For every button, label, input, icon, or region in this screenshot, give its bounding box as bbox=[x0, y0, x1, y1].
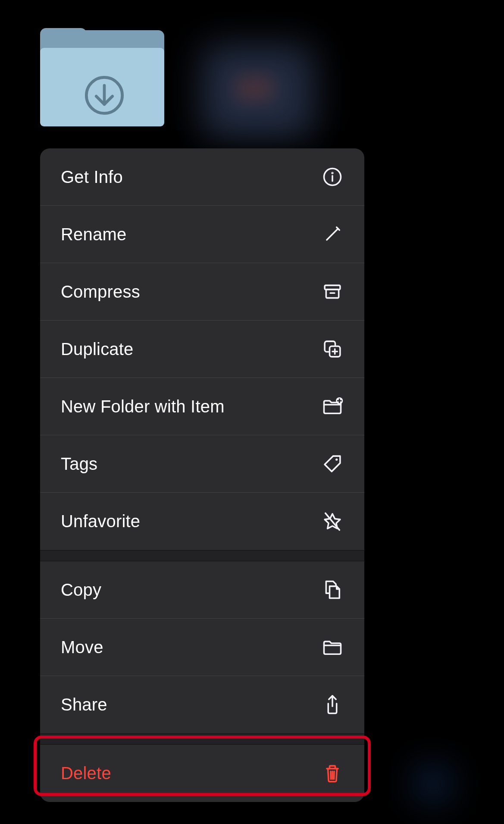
blurred-corner-glow bbox=[413, 764, 452, 803]
context-menu: Get Info Rename Compress Duplicate New F… bbox=[40, 148, 364, 802]
star-slash-icon bbox=[321, 510, 344, 533]
menu-item-label: Unfavorite bbox=[61, 512, 140, 531]
menu-group-separator bbox=[40, 733, 364, 745]
info-circle-icon bbox=[321, 166, 344, 188]
menu-group-separator bbox=[40, 550, 364, 561]
menu-item-delete[interactable]: Delete bbox=[40, 745, 364, 802]
arrow-down-circle-icon bbox=[83, 74, 126, 117]
menu-item-move[interactable]: Move bbox=[40, 619, 364, 676]
menu-item-new-folder-with-item[interactable]: New Folder with Item bbox=[40, 378, 364, 435]
menu-item-tags[interactable]: Tags bbox=[40, 435, 364, 493]
plus-square-on-square-icon bbox=[321, 338, 344, 360]
svg-point-17 bbox=[335, 459, 338, 461]
folder-icon bbox=[321, 636, 344, 658]
menu-item-label: Move bbox=[61, 638, 103, 657]
menu-item-label: Delete bbox=[61, 764, 111, 783]
folder-badge-plus-icon bbox=[321, 395, 344, 418]
menu-item-label: Duplicate bbox=[61, 340, 134, 359]
menu-item-rename[interactable]: Rename bbox=[40, 206, 364, 263]
pencil-icon bbox=[321, 223, 344, 245]
menu-item-label: Get Info bbox=[61, 167, 123, 187]
downloads-folder[interactable] bbox=[40, 28, 164, 126]
menu-item-share[interactable]: Share bbox=[40, 676, 364, 733]
menu-item-get-info[interactable]: Get Info bbox=[40, 148, 364, 206]
menu-item-unfavorite[interactable]: Unfavorite bbox=[40, 493, 364, 550]
share-icon bbox=[321, 694, 344, 716]
doc-on-doc-icon bbox=[321, 579, 344, 601]
blurred-background-accent bbox=[235, 75, 274, 101]
svg-line-5 bbox=[327, 229, 338, 240]
archivebox-icon bbox=[321, 280, 344, 303]
menu-item-label: Compress bbox=[61, 282, 140, 302]
menu-item-copy[interactable]: Copy bbox=[40, 561, 364, 619]
menu-item-label: Tags bbox=[61, 454, 97, 474]
svg-point-3 bbox=[332, 173, 333, 173]
menu-item-duplicate[interactable]: Duplicate bbox=[40, 321, 364, 378]
menu-item-label: Copy bbox=[61, 580, 101, 600]
menu-item-label: Rename bbox=[61, 225, 126, 244]
menu-item-label: New Folder with Item bbox=[61, 397, 225, 416]
trash-icon bbox=[321, 762, 344, 785]
menu-item-label: Share bbox=[61, 695, 107, 714]
tag-icon bbox=[321, 453, 344, 475]
menu-item-compress[interactable]: Compress bbox=[40, 263, 364, 321]
